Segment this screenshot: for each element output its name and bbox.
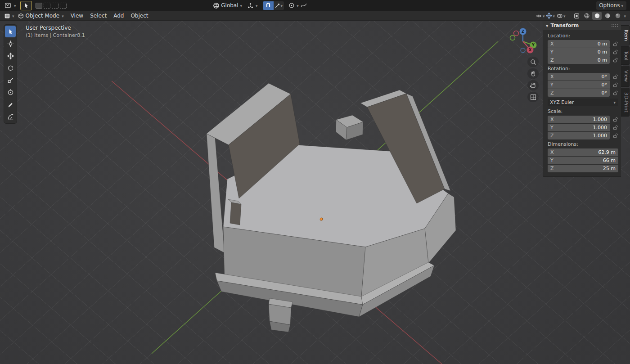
axis-label: Z xyxy=(550,166,554,171)
mode-selector[interactable]: Object Mode xyxy=(15,12,67,19)
rotation-y-field[interactable]: Y 0° xyxy=(548,81,610,89)
falloff-curve-icon xyxy=(301,2,307,9)
object-mode-icon xyxy=(18,13,24,19)
editor-type-button[interactable] xyxy=(4,1,12,10)
editor-type-3dview-button[interactable] xyxy=(3,12,11,20)
tool-select-box[interactable] xyxy=(5,26,16,37)
tool-toolbar xyxy=(4,24,17,124)
unlock-icon xyxy=(612,133,618,139)
chevron-down-icon xyxy=(280,2,284,9)
scale-x-lock-button[interactable] xyxy=(610,117,618,122)
tool-transform[interactable] xyxy=(5,86,16,98)
overlays-dropdown[interactable] xyxy=(556,12,566,20)
location-x-field[interactable]: X 0 m xyxy=(548,40,610,48)
xray-icon xyxy=(574,13,580,19)
topbar: Global xyxy=(0,0,630,11)
location-z-field[interactable]: Z 0 m xyxy=(548,56,610,64)
grid-icon xyxy=(530,94,537,101)
location-x-row: X 0 m xyxy=(548,40,618,48)
tab-tool[interactable]: Tool xyxy=(621,46,630,65)
gizmos-dropdown[interactable] xyxy=(546,12,555,20)
unlock-icon xyxy=(612,90,618,96)
scale-y-field[interactable]: Y 1.000 xyxy=(548,124,610,131)
tool-annotate[interactable] xyxy=(5,99,16,110)
select-mode-subtract-button[interactable] xyxy=(52,3,58,9)
tab-item[interactable]: Item xyxy=(621,25,630,45)
shading-solid-button[interactable] xyxy=(592,12,602,20)
options-label: Options xyxy=(599,2,620,9)
options-button[interactable]: Options xyxy=(596,1,626,10)
location-y-lock-button[interactable] xyxy=(610,49,618,55)
field-value: 25 m xyxy=(603,166,616,171)
ortho-toggle-button[interactable] xyxy=(527,92,539,102)
menu-add[interactable]: Add xyxy=(110,12,127,20)
scale-x-field[interactable]: X 1.000 xyxy=(548,116,610,123)
menu-select[interactable]: Select xyxy=(87,12,110,20)
tool-scale[interactable] xyxy=(5,74,16,86)
rotation-x-field[interactable]: X 0° xyxy=(548,73,610,81)
scale-section-label: Scale: xyxy=(548,107,618,116)
camera-view-button[interactable] xyxy=(527,80,539,90)
rotation-mode-dropdown[interactable]: XYZ Euler xyxy=(548,99,618,106)
rotation-y-lock-button[interactable] xyxy=(610,82,618,88)
chevron-down-icon xyxy=(563,13,566,19)
container-model[interactable] xyxy=(207,83,456,332)
select-box-icon xyxy=(7,28,14,35)
snap-target-dropdown[interactable] xyxy=(274,1,284,10)
gizmo-neg-z-ball[interactable] xyxy=(521,48,525,53)
pan-button[interactable] xyxy=(527,68,539,79)
dimensions-x-row: X 62.9 m xyxy=(548,148,618,156)
menu-object[interactable]: Object xyxy=(127,12,151,20)
3d-viewport[interactable]: User Perspective (1) Items | Container8.… xyxy=(0,21,630,364)
snap-toggle-button[interactable] xyxy=(263,1,274,10)
viewport-editor-icon xyxy=(4,13,10,19)
rotation-z-lock-button[interactable] xyxy=(610,90,618,96)
location-z-lock-button[interactable] xyxy=(610,57,618,63)
zoom-button[interactable] xyxy=(527,57,539,67)
rotation-section-label: Rotation: xyxy=(548,64,618,73)
tool-rotate[interactable] xyxy=(5,62,16,74)
dimensions-z-field[interactable]: Z 25 m xyxy=(548,165,618,172)
proportional-edit-dropdown[interactable] xyxy=(288,2,307,9)
orientation-globe-icon xyxy=(213,2,220,9)
gizmo-arrows-icon xyxy=(546,13,552,19)
chevron-down-icon xyxy=(240,2,243,9)
rotation-y-row: Y 0° xyxy=(548,81,618,89)
scale-z-lock-button[interactable] xyxy=(610,133,618,139)
location-z-row: Z 0 m xyxy=(548,56,618,64)
shading-rendered-button[interactable] xyxy=(613,12,622,20)
dimensions-x-field[interactable]: X 62.9 m xyxy=(548,148,618,156)
tab-view[interactable]: View xyxy=(621,66,630,86)
transform-orientation-dropdown[interactable]: Global xyxy=(213,2,243,9)
location-y-field[interactable]: Y 0 m xyxy=(548,48,610,56)
tool-move[interactable] xyxy=(5,50,16,62)
transform-panel-header[interactable]: Transform xyxy=(543,21,621,30)
navigation-gizmo[interactable]: Z Y X xyxy=(506,24,540,58)
panel-drag-handle[interactable] xyxy=(611,24,618,27)
xray-toggle-button[interactable] xyxy=(572,12,581,20)
tab-3d-print[interactable]: 3D-Print xyxy=(621,88,630,117)
dimensions-field-group: X 62.9 m Y 66 m Z 25 m xyxy=(548,148,618,172)
object-visibility-dropdown[interactable] xyxy=(536,12,545,20)
panel-collapse-caret-icon[interactable] xyxy=(546,22,548,28)
rotation-x-lock-button[interactable] xyxy=(610,74,618,80)
gizmo-neg-x-ball[interactable] xyxy=(514,31,519,36)
scale-z-field[interactable]: Z 1.000 xyxy=(548,132,610,139)
select-mode-intersect-button[interactable] xyxy=(60,3,67,9)
select-mode-extend-button[interactable] xyxy=(44,3,50,9)
rotation-z-field[interactable]: Z 0° xyxy=(548,89,610,97)
tool-cursor[interactable] xyxy=(5,38,16,49)
gizmo-neg-y-ball[interactable] xyxy=(510,36,515,40)
dimensions-z-row: Z 25 m xyxy=(548,165,618,172)
tool-measure[interactable] xyxy=(5,111,16,122)
dimensions-y-field[interactable]: Y 66 m xyxy=(548,157,618,164)
active-tool-display[interactable] xyxy=(20,1,32,10)
menu-view[interactable]: View xyxy=(68,12,86,20)
location-x-lock-button[interactable] xyxy=(610,41,618,47)
shading-material-button[interactable] xyxy=(603,12,612,20)
scale-y-lock-button[interactable] xyxy=(610,125,618,130)
select-mode-set-button[interactable] xyxy=(36,3,42,9)
shading-wireframe-button[interactable] xyxy=(582,12,591,20)
field-value: 0 m xyxy=(598,57,607,63)
pivot-point-dropdown[interactable] xyxy=(247,2,258,9)
